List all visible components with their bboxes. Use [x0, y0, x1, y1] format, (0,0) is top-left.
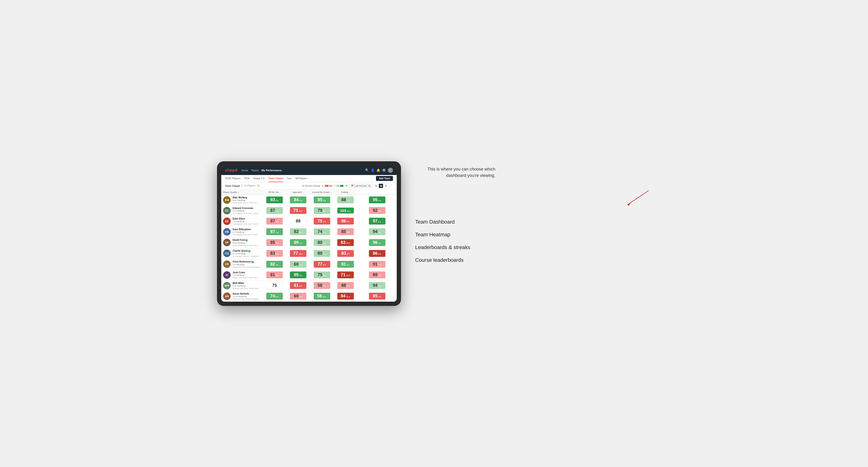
player-cell[interactable]: JC Josh Coles 1-5 Handicap Royal North D… — [221, 270, 263, 280]
heatmap-neutral — [333, 185, 336, 187]
score-cell-putting: 94 3▲ — [357, 280, 397, 291]
score-cell-player-quality: 85 3▼ — [263, 237, 286, 248]
col-header-around-green[interactable]: Around the Green — — [310, 190, 334, 195]
separator: | — [242, 184, 242, 187]
edit-icon[interactable]: ✏️ — [257, 184, 260, 187]
heatmap-view-button[interactable]: ▦ — [379, 184, 383, 188]
nav-link-home[interactable]: Home — [241, 168, 248, 173]
col-header-player[interactable]: Player Quality ▼ — [221, 190, 263, 195]
verified-icon: ✓ — [248, 250, 250, 252]
player-info: Josh Coles 1-5 Handicap Royal North Devo… — [232, 271, 261, 279]
player-cell[interactable]: BM Blair McHarg Plus Handicap Royal Nort… — [221, 195, 263, 205]
player-name: Chris Robertson✓ — [232, 260, 260, 263]
score-change: 2▲ — [323, 274, 326, 277]
col-header-putting[interactable]: Putting — — [334, 190, 357, 195]
list-view-button[interactable]: ☰ — [384, 184, 388, 188]
annotation-course-leaderboards: Course leaderboards — [415, 257, 651, 263]
nav-link-myperformance[interactable]: My Performance — [261, 168, 282, 173]
player-cell[interactable]: CR Chris Robertson✓ 1-5 Handicap Craigmi… — [221, 259, 263, 270]
search-icon[interactable]: 🔍 — [365, 168, 369, 172]
col-header-off-tee[interactable]: Off the Tee — — [263, 190, 286, 195]
annotation-team-heatmap: Team Heatmap — [415, 231, 651, 238]
bell-icon[interactable]: 🔔 — [376, 168, 380, 172]
user-icon[interactable]: 👤 — [371, 168, 375, 172]
score-box: 83 10▼ — [337, 239, 354, 246]
player-cell[interactable]: CQ Charlie Quick✓ 6-10 Handicap St. Geor… — [221, 248, 263, 259]
score-value: 87 — [270, 219, 275, 224]
grid-view-button[interactable]: ⊞ — [374, 184, 378, 188]
score-cell-player-quality: 83 3▼ — [263, 248, 286, 259]
score-change: 3▼ — [378, 264, 381, 266]
subnav-hcaps[interactable]: Hcaps 1-5 — [253, 175, 265, 182]
subnav-pgat[interactable]: PGAT Players — [225, 175, 241, 182]
col-header-approach[interactable]: Approach — — [286, 190, 310, 195]
score-change: 15▲ — [347, 210, 351, 212]
score-value: 85 — [317, 197, 322, 203]
player-cell[interactable]: EE Elliot Ebert 1-5 Handicap Sunningdale… — [221, 216, 263, 226]
score-change: 3▲ — [378, 242, 381, 244]
add-team-button[interactable]: Add Team — [376, 176, 393, 181]
score-value: 88 — [341, 283, 346, 288]
player-cell[interactable]: MM Matt Miller 6-10 Handicap Woburn Golf… — [221, 280, 263, 291]
player-handicap: 1-5 Handicap — [232, 231, 261, 233]
nav-link-teams[interactable]: Teams — [251, 168, 258, 173]
subnav-tour[interactable]: Tour — [287, 175, 291, 182]
annotation-panel: This is where you can choose which dashb… — [410, 161, 651, 263]
score-cell-off-tee: 88 — [286, 216, 310, 226]
player-table: Player Quality ▼ Off the Tee — Approach … — [221, 190, 397, 302]
player-handicap: 1-5 Handicap — [232, 263, 260, 266]
heatmap-light-green — [336, 185, 340, 187]
score-change: 2▼ — [378, 274, 381, 277]
score-value: 61 — [294, 283, 299, 288]
settings-icon[interactable]: ⚙️ — [382, 168, 386, 172]
subnav-pga[interactable]: PGA — [244, 175, 250, 182]
subnav-team-clippd[interactable]: Team Clippd — [269, 175, 283, 182]
last-rounds-button[interactable]: 📅 Last Rounds: 20 — [349, 184, 372, 188]
score-box: 88 2▼ — [337, 282, 354, 289]
table-row: DB Dave Billingham 1-5 Handicap Gog Mago… — [221, 226, 397, 237]
score-cell-around-green: 85 3▼ — [334, 226, 357, 237]
player-cell[interactable]: EC Edward Crossman 1-5 Handicap Sunningd… — [221, 205, 263, 216]
score-cell-off-tee: 61 3▼ — [286, 280, 310, 291]
player-name: Charlie Quick✓ — [232, 250, 261, 252]
player-avatar: DB — [223, 228, 231, 236]
score-cell-around-green: 86 6▼ — [334, 216, 357, 226]
player-cell[interactable]: DF David Ford✓ Plus Handicap Royal North… — [221, 237, 263, 248]
score-change: 3▼ — [276, 274, 279, 277]
score-change: 9▲ — [276, 199, 279, 201]
player-cell[interactable]: AN Aaron Nicholls 11-15 Handicap Drift G… — [221, 291, 263, 302]
heatmap-bar — [325, 185, 343, 187]
score-cell-approach: 79 9▲ — [310, 205, 334, 216]
change-positive: +5 — [345, 184, 347, 187]
score-box: 94 1▲ — [369, 228, 385, 235]
score-cell-approach: 80 1▲ — [310, 248, 334, 259]
score-change: 9▲ — [323, 210, 326, 212]
score-change: 2▼ — [347, 285, 350, 287]
subnav-all-players[interactable]: All Players — [295, 175, 307, 182]
tablet-screen: clippd Home Teams My Performance 🔍 👤 🔔 ⚙… — [221, 165, 397, 302]
score-value: 80 — [317, 251, 322, 256]
score-box: 87 1▲ — [266, 207, 283, 214]
score-value: 86 — [373, 251, 377, 256]
score-cell-player-quality: 87 3▼ — [263, 216, 286, 226]
score-change: 4▲ — [276, 231, 279, 234]
player-name: Edward Crossman — [232, 207, 261, 210]
score-box: 77 14▼ — [290, 250, 306, 257]
score-value: 77 — [293, 251, 298, 256]
avatar[interactable]: U — [388, 168, 393, 173]
score-value: 89 — [294, 240, 299, 245]
score-value: 96 — [373, 240, 377, 245]
player-name: Dave Billingham — [232, 228, 261, 231]
player-club: Drift Golf Club, United Kingdom — [232, 298, 259, 300]
player-cell[interactable]: DB Dave Billingham 1-5 Handicap Gog Mago… — [221, 226, 263, 237]
score-cell-putting: 95 9▲ — [357, 195, 397, 205]
download-button[interactable]: ↓ — [389, 184, 393, 188]
score-value: 94 — [373, 283, 377, 288]
player-club: Royal North Devon Golf Club, United King… — [232, 201, 261, 204]
score-cell-putting: 97 5▲ — [357, 216, 397, 226]
player-avatar: CR — [223, 260, 231, 268]
round-change: 20 Round Change -5 +5 📅 Last Rounds: 20 — [302, 184, 393, 188]
score-cell-around-green: 103 15▲ — [334, 205, 357, 216]
player-handicap: 1-5 Handicap — [232, 210, 261, 212]
score-change: 3▼ — [276, 220, 279, 223]
